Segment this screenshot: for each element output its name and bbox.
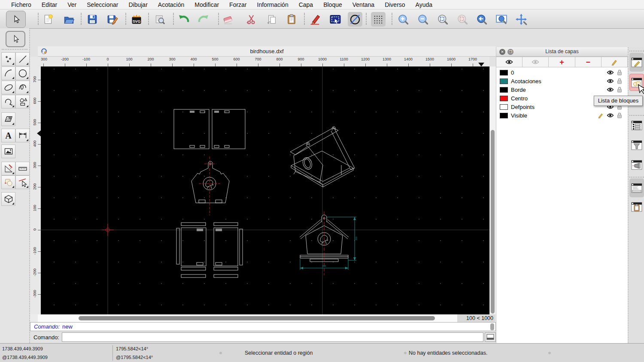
layer-color-swatch[interactable] [500, 70, 508, 75]
drawing-canvas[interactable]: 300 200 [41, 66, 489, 314]
new-file-button[interactable] [41, 12, 56, 27]
tool-dimension-button[interactable] [15, 129, 30, 142]
tool-text-button[interactable]: A [1, 129, 15, 142]
tool-shapes-button[interactable] [15, 95, 30, 109]
history-scrollbar-thumb[interactable] [490, 323, 494, 330]
menu-item-acotación[interactable]: Acotación [153, 1, 189, 8]
selection-pointer-button[interactable] [6, 31, 25, 47]
zoom-previous-button[interactable] [474, 12, 489, 27]
select-tool-button[interactable] [6, 11, 26, 28]
tool-arc-button[interactable] [1, 66, 15, 80]
layer-color-swatch[interactable] [500, 96, 508, 101]
menu-item-editar[interactable]: Editar [36, 1, 63, 8]
tool-circle-button[interactable] [15, 66, 30, 80]
canvas-horizontal-scrollbar[interactable]: 100 < 1000 [30, 314, 496, 322]
tool-snap-edit-button[interactable] [15, 175, 30, 189]
svg-export-button[interactable]: SVG [129, 12, 144, 27]
selection-tool-button[interactable] [328, 12, 343, 27]
command-window-toggle-button[interactable] [485, 332, 496, 342]
copy-button[interactable] [264, 12, 279, 27]
tool-points-button[interactable] [1, 52, 15, 66]
layer-lock-icon[interactable] [615, 112, 624, 118]
tool-hatch-button[interactable] [1, 112, 15, 126]
tool-measure-button[interactable] [1, 162, 15, 175]
layer-row-visible[interactable]: Visible [496, 111, 628, 120]
layer-lock-icon[interactable] [615, 78, 624, 84]
vertical-scrollbar-thumb[interactable] [491, 130, 495, 314]
menu-item-ayuda[interactable]: Ayuda [410, 1, 437, 8]
tool-spline-button[interactable] [15, 81, 30, 94]
layer-row-borde[interactable]: Borde [496, 85, 628, 94]
menu-item-bloque[interactable]: Bloque [318, 1, 347, 8]
layer-row-0[interactable]: 0 [496, 68, 628, 77]
layer-color-swatch[interactable] [500, 87, 508, 93]
paste-button[interactable] [284, 12, 299, 27]
tool-box3d-button[interactable] [1, 192, 15, 206]
menu-item-forzar[interactable]: Forzar [224, 1, 252, 8]
cut-button[interactable] [244, 12, 258, 27]
remove-layer-button[interactable]: − [575, 57, 601, 67]
zoom-in-button[interactable] [396, 12, 410, 27]
add-layer-button[interactable]: + [549, 57, 575, 67]
layer-visibility-icon[interactable] [605, 113, 615, 118]
redo-button[interactable] [196, 12, 211, 27]
command-line-toggle[interactable] [629, 178, 644, 197]
menu-item-modificar[interactable]: Modificar [189, 1, 224, 8]
grid-toggle-button[interactable] [371, 12, 386, 27]
tool-polyline-button[interactable] [1, 95, 15, 109]
menu-item-ventana[interactable]: Ventana [347, 1, 380, 8]
eye-closed-icon [532, 59, 539, 65]
hide-all-layers-button[interactable] [522, 57, 549, 67]
selection-filter-toggle[interactable] [630, 138, 643, 152]
menu-item-capa[interactable]: Capa [294, 1, 318, 8]
layer-color-swatch[interactable] [500, 113, 508, 118]
save-as-button[interactable] [105, 12, 120, 27]
tool-image-button[interactable] [1, 145, 15, 158]
layer-visibility-icon[interactable] [605, 78, 615, 84]
document-tab-bar[interactable]: birdhouse.dxf [38, 46, 496, 57]
menu-item-seleccionar[interactable]: Seleccionar [82, 1, 123, 8]
h-ruler-tick [279, 63, 280, 66]
layer-lock-icon[interactable] [615, 69, 624, 75]
tool-ellipse-button[interactable] [1, 81, 15, 94]
layer-lock-icon[interactable] [615, 87, 624, 93]
zoom-out-button[interactable] [416, 12, 430, 27]
circle-slash-button[interactable] [348, 12, 362, 27]
menu-item-ver[interactable]: Ver [62, 1, 82, 8]
menu-item-fichero[interactable]: Fichero [6, 1, 36, 8]
tool-block-edit-button[interactable] [1, 175, 15, 189]
layer-visibility-icon[interactable] [605, 87, 615, 92]
horizontal-scrollbar-thumb[interactable] [79, 316, 435, 320]
save-button[interactable] [85, 12, 100, 27]
tool-line-button[interactable] [15, 52, 30, 66]
property-editor-toggle[interactable] [629, 53, 644, 72]
tool-ruler-button[interactable] [15, 162, 30, 175]
draw-pencil-button[interactable] [308, 12, 322, 27]
menu-item-información[interactable]: Información [252, 1, 294, 8]
relative-zero-toggle[interactable] [630, 158, 643, 172]
pan-button[interactable] [514, 12, 529, 27]
library-browser-toggle[interactable] [630, 118, 643, 132]
menu-item-dibujar[interactable]: Dibujar [123, 1, 152, 8]
layer-row-acotaciones[interactable]: Acotaciones [496, 77, 628, 85]
open-file-button[interactable] [61, 12, 76, 27]
layer-visibility-icon[interactable] [605, 70, 615, 75]
eraser-button[interactable] [221, 12, 235, 27]
zoom-selection-button[interactable] [455, 12, 470, 27]
clipboard-panel-toggle[interactable] [630, 200, 643, 214]
horizontal-scrollbar-track[interactable] [38, 314, 459, 322]
layer-color-swatch[interactable] [500, 78, 508, 84]
canvas-vertical-scrollbar[interactable] [489, 66, 496, 314]
layer-pencil-icon[interactable] [596, 112, 605, 118]
command-input[interactable] [62, 332, 483, 342]
zoom-auto-button[interactable] [435, 12, 450, 27]
toolbar-drag-handle[interactable] [2, 49, 27, 50]
edit-layer-button[interactable] [601, 57, 628, 67]
print-preview-button[interactable] [152, 12, 167, 27]
layer-color-swatch[interactable] [500, 104, 508, 110]
undo-button[interactable] [176, 12, 191, 27]
menu-item-diverso[interactable]: Diverso [380, 1, 410, 8]
zoom-window-button[interactable] [494, 12, 509, 27]
property-editor-icon [631, 57, 643, 68]
show-all-layers-button[interactable] [496, 57, 522, 67]
